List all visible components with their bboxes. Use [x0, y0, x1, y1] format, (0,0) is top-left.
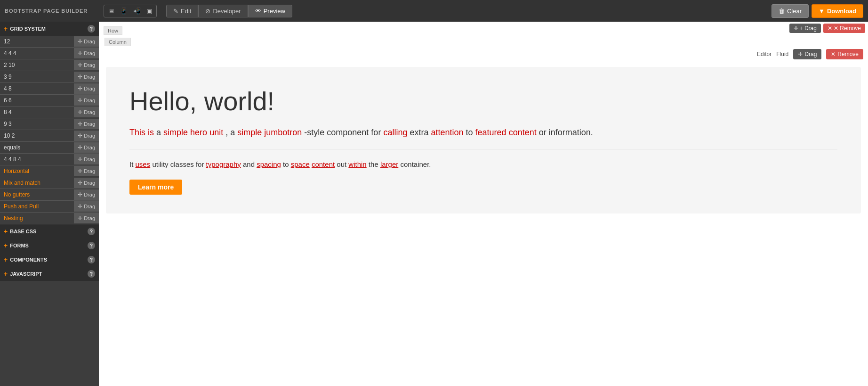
grid-items-container: 12✛ Drag4 4 4✛ Drag2 10✛ Drag3 9✛ Drag4 …	[0, 36, 99, 224]
column-remove-icon: ✕	[831, 51, 836, 57]
grid-drag-btn[interactable]: ✛ Drag	[74, 83, 99, 94]
preview-btn[interactable]: 👁 Preview	[248, 5, 292, 17]
grid-drag-btn[interactable]: ✛ Drag	[74, 36, 99, 47]
grid-drag-btn[interactable]: ✛ Drag	[74, 178, 99, 188]
fluid-link[interactable]: Fluid	[776, 51, 788, 57]
device-small-btn[interactable]: ▣	[145, 7, 154, 16]
grid-drag-btn[interactable]: ✛ Drag	[74, 154, 99, 164]
drag-cross-icon: ✛	[78, 168, 82, 174]
grid-drag-btn[interactable]: ✛ Drag	[74, 48, 99, 58]
lead-is-link[interactable]: is	[148, 128, 154, 137]
lead-simple2-link[interactable]: simple	[237, 128, 262, 137]
learn-more-button[interactable]: Learn more	[129, 180, 182, 195]
topbar: BOOTSTRAP PAGE BUILDER 🖥 📱 📲 ▣ ✎ Edit ⊘ …	[0, 0, 868, 22]
preview-icon: 👁	[255, 8, 261, 15]
drag-cross-icon: ✛	[78, 191, 82, 198]
lead-unit-link[interactable]: unit	[209, 128, 223, 137]
grid-section-label: GRID SYSTEM	[10, 26, 46, 32]
forms-plus-icon: +	[4, 242, 8, 249]
grid-drag-btn[interactable]: ✛ Drag	[74, 166, 99, 176]
drag-cross-icon: ✛	[794, 25, 798, 32]
grid-item-label: 6 6	[0, 95, 74, 106]
body-larger-link[interactable]: larger	[380, 160, 398, 168]
lead-simple-link[interactable]: simple	[163, 128, 188, 137]
lead-hero-link[interactable]: hero	[190, 128, 207, 137]
drag-cross-icon: ✛	[78, 121, 82, 127]
grid-drag-btn[interactable]: ✛ Drag	[74, 201, 99, 212]
preview-label: Preview	[264, 8, 285, 15]
body-spacing-link[interactable]: spacing	[257, 160, 281, 168]
grid-section-header[interactable]: + GRID SYSTEM ?	[0, 22, 99, 36]
grid-drag-btn[interactable]: ✛ Drag	[74, 189, 99, 200]
grid-item-label: Nesting	[0, 213, 74, 224]
editor-link[interactable]: Editor	[757, 51, 772, 57]
forms-section-header[interactable]: + FORMS ?	[0, 238, 99, 253]
grid-drag-btn[interactable]: ✛ Drag	[74, 142, 99, 153]
clear-button[interactable]: 🗑 Clear	[772, 4, 809, 18]
download-button[interactable]: ▼ Download	[812, 4, 863, 18]
javascript-section-label: JAVASCRIPT	[10, 271, 42, 277]
lead-featured-link[interactable]: featured	[475, 128, 506, 137]
body-uses-link[interactable]: uses	[136, 160, 151, 168]
grid-item-label: equals	[0, 142, 74, 153]
column-toolbar: Editor Fluid ✛ Drag ✕ Remove	[99, 46, 868, 62]
download-label: Download	[827, 8, 856, 15]
body-space-link[interactable]: space	[291, 160, 310, 168]
javascript-section-header[interactable]: + JAVASCRIPT ?	[0, 267, 99, 281]
javascript-help-icon[interactable]: ?	[88, 270, 95, 278]
grid-item: 4 8✛ Drag	[0, 83, 99, 95]
grid-item: Mix and match✛ Drag	[0, 177, 99, 189]
developer-btn[interactable]: ⊘ Developer	[198, 5, 248, 17]
grid-item: 9 3✛ Drag	[0, 118, 99, 130]
grid-item: equals✛ Drag	[0, 142, 99, 154]
device-tablet-btn[interactable]: 📱	[118, 7, 129, 16]
grid-drag-btn[interactable]: ✛ Drag	[74, 131, 99, 141]
canvas-inner: Row ✛ + Drag ✕ ✕ Remove Column	[99, 22, 868, 386]
column-remove-label: Remove	[837, 51, 859, 57]
lead-content-link[interactable]: content	[509, 128, 537, 137]
lead-calling-link[interactable]: calling	[383, 128, 407, 137]
body-within-link[interactable]: within	[348, 160, 366, 168]
grid-drag-btn[interactable]: ✛ Drag	[74, 119, 99, 129]
grid-drag-btn[interactable]: ✛ Drag	[74, 95, 99, 106]
drag-cross-icon: ✛	[78, 62, 82, 68]
components-section-header[interactable]: + COMPONENTS ?	[0, 253, 99, 267]
device-buttons: 🖥 📱 📲 ▣	[104, 5, 157, 17]
forms-section-label: FORMS	[10, 243, 29, 248]
grid-item-label: 3 9	[0, 71, 74, 82]
app-title: BOOTSTRAP PAGE BUILDER	[5, 8, 99, 14]
grid-item-label: 12	[0, 36, 74, 47]
canvas-top-remove-btn[interactable]: ✕ ✕ Remove	[823, 24, 865, 33]
grid-drag-btn[interactable]: ✛ Drag	[74, 213, 99, 223]
body-content-link[interactable]: content	[312, 160, 335, 168]
body-typography-link[interactable]: typography	[206, 160, 241, 168]
drag-cross-icon: ✛	[78, 156, 82, 163]
device-mobile-btn[interactable]: 📲	[131, 7, 143, 16]
grid-help-icon[interactable]: ?	[88, 25, 95, 33]
column-drag-btn[interactable]: ✛ Drag	[793, 49, 821, 59]
lead-this-link[interactable]: This	[129, 128, 145, 137]
grid-item: 10 2✛ Drag	[0, 130, 99, 142]
developer-label: Developer	[213, 8, 241, 15]
base-css-help-icon[interactable]: ?	[88, 228, 95, 235]
drag-cross-icon: ✛	[78, 38, 82, 45]
edit-icon: ✎	[173, 8, 178, 15]
edit-btn[interactable]: ✎ Edit	[166, 5, 198, 17]
lead-jumbotron-link[interactable]: jumbotron	[264, 128, 302, 137]
forms-help-icon[interactable]: ?	[88, 242, 95, 249]
sidebar: + GRID SYSTEM ? 12✛ Drag4 4 4✛ Drag2 10✛…	[0, 22, 99, 386]
grid-drag-btn[interactable]: ✛ Drag	[74, 107, 99, 117]
row-label: Row	[104, 26, 122, 35]
edit-label: Edit	[181, 8, 191, 15]
canvas-top-drag-btn[interactable]: ✛ + Drag	[789, 24, 821, 33]
device-desktop-btn[interactable]: 🖥	[106, 7, 116, 16]
lead-attention-link[interactable]: attention	[431, 128, 463, 137]
javascript-plus-icon: +	[4, 270, 8, 278]
grid-drag-btn[interactable]: ✛ Drag	[74, 60, 99, 70]
drag-cross-icon: ✛	[78, 215, 82, 222]
grid-drag-btn[interactable]: ✛ Drag	[74, 72, 99, 82]
column-remove-btn[interactable]: ✕ Remove	[826, 49, 863, 59]
components-help-icon[interactable]: ?	[88, 256, 95, 263]
column-label: Column	[104, 38, 131, 46]
base-css-section-header[interactable]: + BASE CSS ?	[0, 224, 99, 238]
